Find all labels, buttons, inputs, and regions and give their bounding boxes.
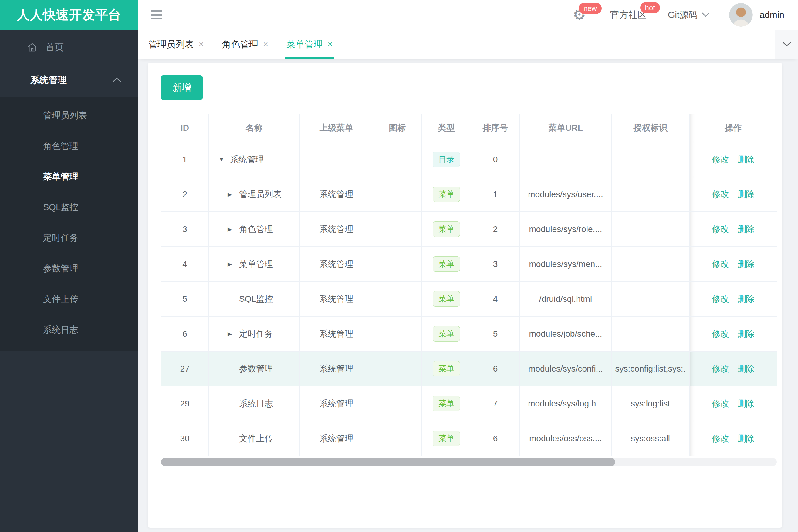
avatar[interactable] <box>729 3 753 27</box>
delete-link[interactable]: 删除 <box>738 294 755 304</box>
edit-link[interactable]: 修改 <box>712 259 729 269</box>
tab[interactable]: 管理员列表× <box>139 30 213 59</box>
sidebar-item[interactable]: 定时任务 <box>0 223 138 253</box>
tree-expand-caret[interactable]: ▶ <box>227 261 239 267</box>
cell-name: 文件上传 <box>208 421 300 456</box>
edit-link[interactable]: 修改 <box>712 225 729 234</box>
table-row[interactable]: 27参数管理系统管理菜单6modules/sys/confi...sys:con… <box>161 351 777 386</box>
tab-close-icon[interactable]: × <box>263 39 268 49</box>
tree-expand-caret[interactable]: ▼ <box>219 156 230 163</box>
community-link[interactable]: 官方社区 hot <box>610 9 647 21</box>
table-row[interactable]: 2▶管理员列表系统管理菜单1modules/sys/user....修改删除 <box>161 177 777 212</box>
menu-name-text: 定时任务 <box>239 329 273 339</box>
column-header: 名称 <box>208 114 300 142</box>
cell-icon <box>373 247 422 282</box>
edit-link[interactable]: 修改 <box>712 399 729 408</box>
tab-bar: 管理员列表×角色管理×菜单管理× <box>138 30 798 59</box>
cell-id: 27 <box>161 351 208 386</box>
edit-link[interactable]: 修改 <box>712 364 729 373</box>
cell-auth-flag: sys:log:list <box>611 386 689 421</box>
table-row[interactable]: 29系统日志系统管理菜单7modules/sys/log.h...sys:log… <box>161 386 777 421</box>
edit-link[interactable]: 修改 <box>712 294 729 304</box>
table-row[interactable]: 1▼系统管理目录0修改删除 <box>161 142 777 177</box>
tree-expand-caret[interactable]: ▶ <box>227 191 239 198</box>
cell-id: 1 <box>161 142 208 177</box>
cell-menu-url: modules/oss/oss.... <box>520 421 611 456</box>
delete-link[interactable]: 删除 <box>738 259 755 269</box>
cell-type: 菜单 <box>422 351 471 386</box>
new-badge: new <box>579 3 602 14</box>
cell-auth-flag: sys:config:list,sys:. <box>611 351 689 386</box>
add-button[interactable]: 新增 <box>161 75 203 100</box>
cell-name: ▶菜单管理 <box>208 247 300 282</box>
table-row[interactable]: 4▶菜单管理系统管理菜单3modules/sys/men...修改删除 <box>161 247 777 282</box>
tab-label: 菜单管理 <box>286 38 323 51</box>
column-header: 菜单URL <box>520 114 611 142</box>
column-header: 操作 <box>689 114 777 142</box>
delete-link[interactable]: 删除 <box>738 434 755 443</box>
delete-link[interactable]: 删除 <box>738 225 755 234</box>
delete-link[interactable]: 删除 <box>738 364 755 373</box>
cell-type: 菜单 <box>422 386 471 421</box>
edit-link[interactable]: 修改 <box>712 155 729 164</box>
sidebar-toggle-icon[interactable] <box>151 10 162 19</box>
table-row[interactable]: 6▶定时任务系统管理菜单5modules/job/sche...修改删除 <box>161 316 777 351</box>
sidebar-item[interactable]: 角色管理 <box>0 131 138 162</box>
tab[interactable]: 菜单管理× <box>277 30 342 59</box>
sidebar-item[interactable]: SQL监控 <box>0 192 138 223</box>
cell-order: 0 <box>471 142 520 177</box>
edit-link[interactable]: 修改 <box>712 434 729 443</box>
cell-parent-menu: 系统管理 <box>300 351 373 386</box>
edit-link[interactable]: 修改 <box>712 329 729 339</box>
tab-label: 管理员列表 <box>148 38 194 51</box>
delete-link[interactable]: 删除 <box>738 155 755 164</box>
table-header-row: ID名称上级菜单图标类型排序号菜单URL授权标识操作 <box>161 114 777 142</box>
menu-table: ID名称上级菜单图标类型排序号菜单URL授权标识操作 1▼系统管理目录0修改删除… <box>161 114 777 456</box>
tree-expand-caret[interactable]: ▶ <box>227 226 239 233</box>
git-source-menu[interactable]: Git源码 <box>668 9 710 21</box>
menu-name-text: SQL监控 <box>239 294 273 304</box>
delete-link[interactable]: 删除 <box>738 329 755 339</box>
cell-auth-flag <box>611 142 689 177</box>
cell-order: 3 <box>471 247 520 282</box>
cell-type: 菜单 <box>422 316 471 351</box>
sidebar-item[interactable]: 文件上传 <box>0 284 138 315</box>
sidebar-section-system[interactable]: 系统管理 <box>0 63 138 97</box>
table-row[interactable]: 30文件上传系统管理菜单6modules/oss/oss....sys:oss:… <box>161 421 777 456</box>
chevron-up-icon <box>112 77 122 83</box>
sidebar-item[interactable]: 菜单管理 <box>0 162 138 192</box>
cell-order: 2 <box>471 212 520 247</box>
sidebar-item[interactable]: 管理员列表 <box>0 100 138 131</box>
edit-link[interactable]: 修改 <box>712 190 729 199</box>
delete-link[interactable]: 删除 <box>738 399 755 408</box>
column-header: 排序号 <box>471 114 520 142</box>
table-row[interactable]: 5SQL监控系统管理菜单4/druid/sql.html修改删除 <box>161 282 777 316</box>
user-menu[interactable]: admin <box>729 3 784 27</box>
cell-parent-menu: 系统管理 <box>300 247 373 282</box>
cell-menu-url: modules/sys/role.... <box>520 212 611 247</box>
cell-type: 菜单 <box>422 177 471 212</box>
tab[interactable]: 角色管理× <box>213 30 277 59</box>
sidebar-item[interactable]: 系统日志 <box>0 315 138 345</box>
cell-auth-flag <box>611 247 689 282</box>
table-row[interactable]: 3▶角色管理系统管理菜单2modules/sys/role....修改删除 <box>161 212 777 247</box>
cell-type: 菜单 <box>422 212 471 247</box>
delete-link[interactable]: 删除 <box>738 190 755 199</box>
top-bar-main: ⚙ new 官方社区 hot Git源码 <box>138 0 798 30</box>
settings-button[interactable]: ⚙ new <box>573 7 586 22</box>
hot-badge: hot <box>640 2 660 13</box>
cell-parent-menu <box>300 142 373 177</box>
cell-actions: 修改删除 <box>689 282 777 316</box>
cell-icon <box>373 351 422 386</box>
tab-close-icon[interactable]: × <box>199 39 204 49</box>
sidebar-item[interactable]: 参数管理 <box>0 253 138 284</box>
horizontal-scrollbar-track[interactable] <box>161 458 777 466</box>
type-tag-menu: 菜单 <box>433 431 460 446</box>
cell-name: ▶角色管理 <box>208 212 300 247</box>
horizontal-scrollbar-thumb[interactable] <box>161 458 615 466</box>
tabs-collapse-button[interactable] <box>775 30 798 59</box>
tree-expand-caret[interactable]: ▶ <box>227 330 239 337</box>
sidebar-item-home[interactable]: 首页 <box>0 32 138 63</box>
cell-auth-flag <box>611 212 689 247</box>
tab-close-icon[interactable]: × <box>328 39 333 49</box>
